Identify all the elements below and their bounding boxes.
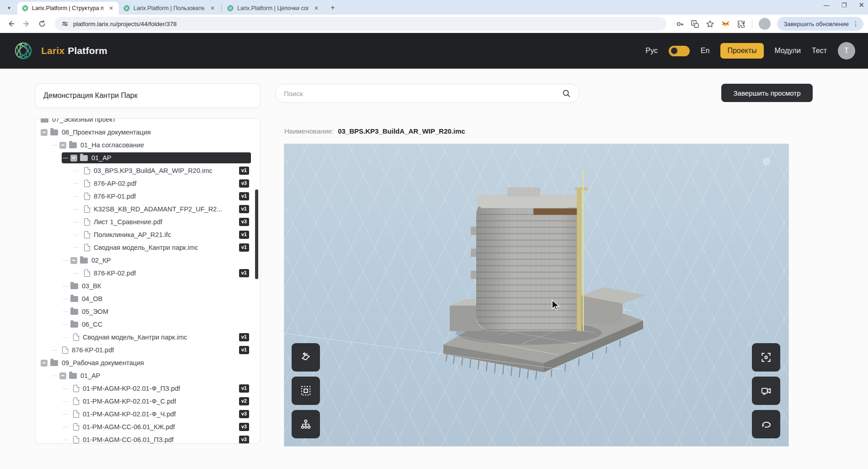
close-button[interactable]: ✕ bbox=[858, 1, 864, 9]
orbit-button[interactable] bbox=[752, 410, 780, 438]
main-content: 07_Эскизный проект08_Проектная документа… bbox=[0, 69, 868, 469]
translate-icon[interactable]: A bbox=[691, 20, 699, 28]
version-badge: v1 bbox=[239, 243, 249, 251]
extensions-puzzle-icon[interactable] bbox=[737, 20, 746, 28]
tab-search-chevron-icon[interactable]: ▾ bbox=[3, 2, 16, 14]
walkthrough-camera-button[interactable] bbox=[752, 377, 780, 405]
focus-button[interactable] bbox=[752, 343, 780, 372]
tree-file-row[interactable]: 876-КР-02.pdfv1 bbox=[35, 267, 260, 280]
language-toggle[interactable] bbox=[669, 46, 690, 56]
tree-file-row[interactable]: Сводная модель_Кантри парк.imcv1 bbox=[35, 241, 260, 254]
browser-tab-2[interactable]: Larix.Platform | Пользователи✕ bbox=[119, 2, 220, 15]
restore-button[interactable]: ❐ bbox=[841, 2, 847, 9]
browser-tab-3[interactable]: Larix.Platform | Цепочки согла...✕ bbox=[223, 2, 324, 15]
tree-folder-row[interactable]: 06_СС bbox=[35, 318, 260, 331]
tree-file-row[interactable]: 01-PM-AGM-CC-06.01_КЖ.pdfv3 bbox=[35, 420, 260, 433]
folder-icon bbox=[41, 118, 48, 123]
tree-file-row[interactable]: 01-PM-AGM-KP-02.01-Ф_Ч.pdfv3 bbox=[35, 408, 260, 420]
tab-close-icon[interactable]: ✕ bbox=[312, 5, 320, 11]
browser-profile-avatar[interactable] bbox=[759, 18, 771, 30]
nav-modules-link[interactable]: Модули bbox=[775, 47, 801, 55]
model-viewer-3d[interactable] bbox=[284, 144, 789, 447]
user-name[interactable]: Тест bbox=[812, 47, 827, 55]
search-icon[interactable] bbox=[562, 89, 571, 98]
tree-file-row[interactable]: Сводная модель_Кантри парк.imcv1 bbox=[35, 331, 260, 344]
tree-folder-row[interactable]: 08_Проектная документация bbox=[35, 126, 260, 139]
minimize-button[interactable]: — bbox=[824, 2, 830, 9]
url-text: platform.larix.ru/projects/44/folder/378 bbox=[73, 21, 177, 27]
name-label: Наименование: bbox=[284, 127, 334, 135]
tree-item-label: Лист 1_Сравнение.pdf bbox=[94, 218, 162, 226]
file-icon bbox=[73, 398, 79, 405]
back-button[interactable] bbox=[5, 17, 17, 30]
browser-update-button[interactable]: Завершить обновление ⋮ bbox=[777, 17, 863, 31]
tree-scrollbar[interactable] bbox=[255, 189, 258, 279]
tree-folder-row[interactable]: 03_ВК bbox=[35, 280, 260, 292]
tree-connector bbox=[63, 312, 68, 312]
building-model[interactable] bbox=[284, 144, 789, 447]
tree-file-row[interactable]: 01-PM-AGM-KP-02.01-Ф_С.pdfv2 bbox=[35, 395, 260, 408]
tree-item-label: Сводная модель_Кантри парк.imc bbox=[83, 334, 187, 341]
collapse-minus-icon[interactable] bbox=[59, 142, 66, 149]
forward-button[interactable] bbox=[20, 17, 33, 30]
tab-close-icon[interactable]: ✕ bbox=[208, 5, 217, 11]
project-name-input[interactable] bbox=[35, 83, 261, 108]
tree-connector bbox=[63, 337, 68, 338]
collapse-minus-icon[interactable] bbox=[59, 372, 66, 379]
tree-connector bbox=[74, 171, 79, 171]
version-badge: v1 bbox=[239, 346, 249, 354]
tree-folder-row[interactable]: 04_ОВ bbox=[35, 292, 260, 305]
metamask-extension-icon[interactable] bbox=[721, 19, 730, 28]
tree-file-row[interactable]: Лист 1_Сравнение.pdfv3 bbox=[35, 216, 260, 228]
tree-file-row[interactable]: 876-КР-01.pdfv1 bbox=[35, 344, 260, 356]
kebab-menu-icon[interactable]: ⋮ bbox=[852, 20, 859, 27]
viewer-settings-button[interactable] bbox=[761, 156, 772, 169]
search-input[interactable] bbox=[284, 90, 562, 97]
marquee-select-button[interactable] bbox=[292, 377, 320, 405]
tree-item-label: 07_Эскизный проект bbox=[52, 118, 116, 123]
tree-folder-row[interactable]: 07_Эскизный проект bbox=[35, 118, 260, 126]
collapse-minus-icon[interactable] bbox=[41, 129, 48, 136]
tree-item-label: 876-АР-02.pdf bbox=[94, 180, 137, 187]
new-tab-button[interactable]: + bbox=[327, 2, 339, 14]
tree-file-row[interactable]: 876-АР-02.pdfv3 bbox=[35, 177, 260, 190]
bookmark-star-icon[interactable] bbox=[706, 20, 714, 28]
version-badge: v3 bbox=[239, 218, 249, 226]
collapse-minus-icon[interactable] bbox=[70, 155, 77, 162]
tree-folder-row[interactable]: 02_КР bbox=[35, 254, 260, 267]
brand: LarixPlatform bbox=[13, 40, 107, 61]
lang-label-en[interactable]: En bbox=[701, 47, 710, 55]
tab-close-icon[interactable]: ✕ bbox=[107, 5, 115, 11]
version-badge: v3 bbox=[239, 410, 249, 418]
finish-view-button[interactable]: Завершить просмотр bbox=[721, 84, 813, 102]
tree-folder-row[interactable]: 09_Рабочая документация bbox=[35, 356, 260, 369]
tree-file-row[interactable]: 876-КР-01.pdfv1 bbox=[35, 190, 260, 203]
user-avatar[interactable]: T bbox=[838, 42, 855, 59]
version-badge: v3 bbox=[239, 423, 249, 431]
password-key-icon[interactable] bbox=[676, 20, 684, 28]
tab-favicon bbox=[123, 5, 130, 11]
browser-tab-1[interactable]: Larix.Platform | Структура прое...✕ bbox=[17, 2, 119, 15]
tree-file-row[interactable]: 01-PM-AGM-CC-06.01_ПЗ.pdfv3 bbox=[35, 433, 260, 444]
model-tree-button[interactable] bbox=[292, 410, 320, 438]
tree-file-row[interactable]: 03_BPS.KP3_BuildA_AR_WIP_R20.imcv1 bbox=[35, 164, 260, 177]
tree-folder-row[interactable]: 01_АР bbox=[35, 369, 260, 382]
tree-file-row[interactable]: Поликлиника_АР_R21.ifcv1 bbox=[35, 228, 260, 241]
brand-name: Larix bbox=[41, 45, 64, 56]
lang-label-rus[interactable]: Рус bbox=[645, 47, 658, 55]
search-box bbox=[275, 84, 580, 103]
tree-folder-row[interactable]: 01_АР bbox=[35, 151, 260, 164]
tree-folder-row[interactable]: 01_На согласование bbox=[35, 139, 260, 151]
tree-file-row[interactable]: K32SB_KB_RD_ADAMANT_FP2_UF_R2...v1 bbox=[35, 203, 260, 216]
address-bar[interactable]: platform.larix.ru/projects/44/folder/378 bbox=[55, 17, 666, 31]
tree-file-row[interactable]: 01-PM-AGM-KP-02.01-Ф_ПЗ.pdfv1 bbox=[35, 382, 260, 395]
nav-projects-button[interactable]: Проекты bbox=[720, 43, 763, 59]
collapse-minus-icon[interactable] bbox=[70, 257, 77, 264]
tree-folder-row[interactable]: 05_ЭОМ bbox=[35, 305, 260, 318]
brand-suffix: Platform bbox=[68, 45, 107, 56]
reload-button[interactable] bbox=[36, 17, 48, 30]
section-plane-button[interactable] bbox=[292, 343, 320, 372]
collapse-minus-icon[interactable] bbox=[41, 360, 48, 367]
version-badge: v1 bbox=[239, 269, 249, 277]
browser-tabbar: ▾ Larix.Platform | Структура прое...✕Lar… bbox=[0, 0, 868, 15]
